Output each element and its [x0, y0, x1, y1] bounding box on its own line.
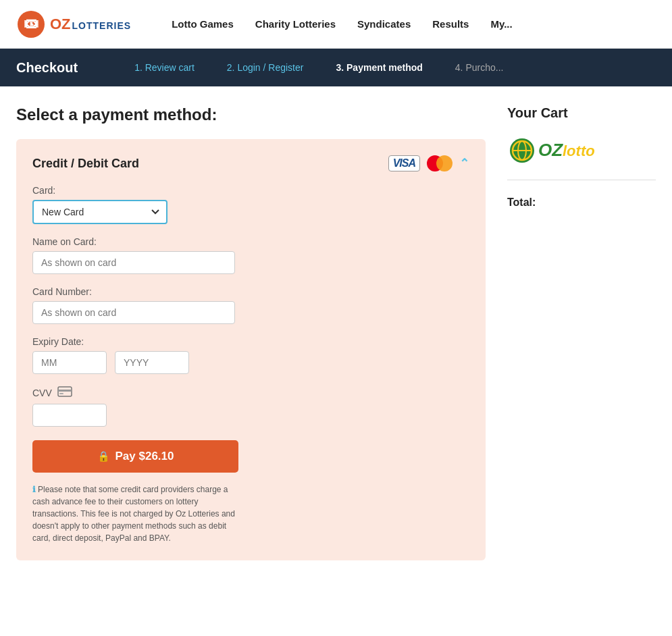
page-title: Select a payment method:: [16, 105, 486, 124]
info-icon: ℹ: [32, 485, 36, 494]
checkout-bar: Checkout 1. Review cart 2. Login / Regis…: [0, 49, 672, 86]
card-number-group: Card Number:: [32, 286, 469, 324]
card-panel-header: Credit / Debit Card VISA ⌃: [32, 155, 469, 171]
site-header: 🎟 OZ LOTTERIES Lotto Games Charity Lotte…: [0, 0, 672, 49]
card-select[interactable]: New Card: [32, 200, 167, 224]
logo-oz: OZ: [50, 16, 71, 33]
name-on-card-input[interactable]: [32, 251, 235, 274]
svg-rect-3: [58, 390, 72, 392]
checkout-step-2[interactable]: 2. Login / Register: [211, 62, 320, 73]
svg-text:lotto: lotto: [563, 142, 595, 159]
cart-total-row: Total:: [507, 188, 656, 209]
logo-lotteries-top: LOTTERIES: [72, 20, 132, 31]
card-panel-title: Credit / Debit Card: [32, 157, 139, 171]
pay-button-label: Pay $26.10: [115, 450, 174, 463]
card-selector-group: Card: New Card: [32, 185, 469, 224]
nav-charity-lotteries[interactable]: Charity Lotteries: [255, 18, 336, 30]
expiry-date-label: Expiry Date:: [32, 336, 469, 347]
svg-rect-4: [59, 393, 63, 394]
cart-title: Your Cart: [507, 105, 656, 121]
checkout-step-4: 4. Purcho...: [439, 62, 520, 73]
card-label: Card:: [32, 185, 469, 196]
card-number-input[interactable]: [32, 301, 235, 324]
expiry-row: [32, 351, 469, 374]
checkout-step-3: 3. Payment method: [319, 62, 438, 73]
cart-total-label: Total:: [507, 196, 536, 208]
cvv-label: CVV: [32, 388, 52, 398]
mastercard-logo: [427, 155, 453, 171]
checkout-title: Checkout: [16, 60, 78, 76]
credit-debit-card-panel: Credit / Debit Card VISA ⌃ Card: New Car…: [16, 139, 486, 560]
expiry-year-input[interactable]: [115, 351, 189, 374]
cvv-group: CVV: [32, 386, 469, 427]
name-on-card-group: Name on Card:: [32, 236, 469, 274]
oz-lotto-cart-logo: OZ lotto: [507, 132, 615, 169]
expiry-date-group: Expiry Date:: [32, 336, 469, 374]
checkout-step-1[interactable]: 1. Review cart: [118, 62, 211, 73]
nav-results[interactable]: Results: [432, 18, 469, 30]
main-content: Select a payment method: Credit / Debit …: [0, 86, 672, 579]
cvv-input[interactable]: [32, 404, 107, 427]
cvv-card-icon: [57, 386, 72, 400]
visa-logo: VISA: [388, 155, 420, 171]
card-logos: VISA ⌃: [388, 155, 469, 171]
cart-logo-area: OZ lotto: [507, 132, 656, 180]
nav-syndicates[interactable]: Syndicates: [357, 18, 411, 30]
credit-card-notice: ℹPlease note that some credit card provi…: [32, 483, 238, 544]
card-number-label: Card Number:: [32, 286, 469, 297]
cvv-label-row: CVV: [32, 386, 469, 400]
payment-section: Select a payment method: Credit / Debit …: [16, 105, 486, 560]
logo-icon: 🎟: [16, 9, 46, 39]
main-nav: Lotto Games Charity Lotteries Syndicates…: [172, 18, 513, 30]
collapse-chevron-icon[interactable]: ⌃: [459, 156, 469, 171]
svg-text:OZ: OZ: [538, 140, 563, 160]
pay-button[interactable]: 🔒 Pay $26.10: [32, 440, 238, 473]
site-logo[interactable]: 🎟 OZ LOTTERIES: [16, 9, 131, 39]
expiry-month-input[interactable]: [32, 351, 107, 374]
name-on-card-label: Name on Card:: [32, 236, 469, 247]
svg-text:🎟: 🎟: [24, 15, 38, 32]
lock-icon: 🔒: [97, 450, 110, 462]
cart-sidebar: Your Cart OZ lotto Total:: [507, 105, 656, 560]
nav-my-account[interactable]: My...: [490, 18, 512, 30]
nav-lotto-games[interactable]: Lotto Games: [172, 18, 234, 30]
